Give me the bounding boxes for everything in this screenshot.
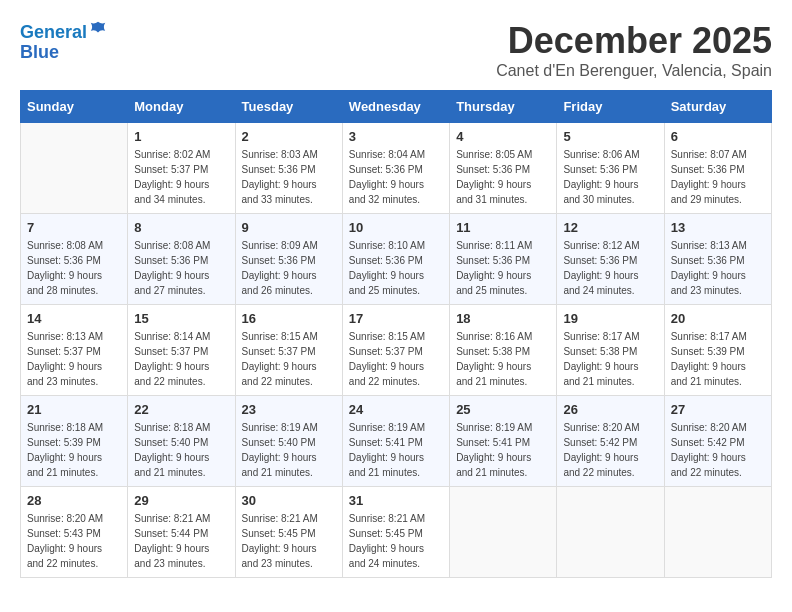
day-number: 18 xyxy=(456,311,550,326)
day-info: Sunrise: 8:05 AM Sunset: 5:36 PM Dayligh… xyxy=(456,147,550,207)
logo-text: General Blue xyxy=(20,20,107,63)
day-number: 2 xyxy=(242,129,336,144)
day-info: Sunrise: 8:15 AM Sunset: 5:37 PM Dayligh… xyxy=(349,329,443,389)
day-info: Sunrise: 8:08 AM Sunset: 5:36 PM Dayligh… xyxy=(27,238,121,298)
calendar-cell: 30Sunrise: 8:21 AM Sunset: 5:45 PM Dayli… xyxy=(235,487,342,578)
calendar-cell: 11Sunrise: 8:11 AM Sunset: 5:36 PM Dayli… xyxy=(450,214,557,305)
day-number: 15 xyxy=(134,311,228,326)
day-info: Sunrise: 8:18 AM Sunset: 5:40 PM Dayligh… xyxy=(134,420,228,480)
day-number: 19 xyxy=(563,311,657,326)
day-info: Sunrise: 8:15 AM Sunset: 5:37 PM Dayligh… xyxy=(242,329,336,389)
day-number: 7 xyxy=(27,220,121,235)
calendar-week-row: 14Sunrise: 8:13 AM Sunset: 5:37 PM Dayli… xyxy=(21,305,772,396)
day-header-wednesday: Wednesday xyxy=(342,91,449,123)
day-number: 5 xyxy=(563,129,657,144)
day-info: Sunrise: 8:04 AM Sunset: 5:36 PM Dayligh… xyxy=(349,147,443,207)
day-info: Sunrise: 8:12 AM Sunset: 5:36 PM Dayligh… xyxy=(563,238,657,298)
day-number: 16 xyxy=(242,311,336,326)
day-info: Sunrise: 8:17 AM Sunset: 5:38 PM Dayligh… xyxy=(563,329,657,389)
calendar-cell: 5Sunrise: 8:06 AM Sunset: 5:36 PM Daylig… xyxy=(557,123,664,214)
day-number: 1 xyxy=(134,129,228,144)
day-number: 13 xyxy=(671,220,765,235)
day-number: 10 xyxy=(349,220,443,235)
day-number: 6 xyxy=(671,129,765,144)
day-number: 31 xyxy=(349,493,443,508)
calendar-cell: 19Sunrise: 8:17 AM Sunset: 5:38 PM Dayli… xyxy=(557,305,664,396)
day-info: Sunrise: 8:08 AM Sunset: 5:36 PM Dayligh… xyxy=(134,238,228,298)
calendar-cell: 10Sunrise: 8:10 AM Sunset: 5:36 PM Dayli… xyxy=(342,214,449,305)
day-info: Sunrise: 8:19 AM Sunset: 5:40 PM Dayligh… xyxy=(242,420,336,480)
month-title: December 2025 xyxy=(496,20,772,62)
calendar-cell: 25Sunrise: 8:19 AM Sunset: 5:41 PM Dayli… xyxy=(450,396,557,487)
calendar-cell: 18Sunrise: 8:16 AM Sunset: 5:38 PM Dayli… xyxy=(450,305,557,396)
day-header-monday: Monday xyxy=(128,91,235,123)
day-number: 11 xyxy=(456,220,550,235)
calendar-cell: 9Sunrise: 8:09 AM Sunset: 5:36 PM Daylig… xyxy=(235,214,342,305)
day-header-thursday: Thursday xyxy=(450,91,557,123)
day-number: 12 xyxy=(563,220,657,235)
location-title: Canet d'En Berenguer, Valencia, Spain xyxy=(496,62,772,80)
calendar-cell xyxy=(21,123,128,214)
calendar-cell: 28Sunrise: 8:20 AM Sunset: 5:43 PM Dayli… xyxy=(21,487,128,578)
day-header-friday: Friday xyxy=(557,91,664,123)
calendar-cell: 24Sunrise: 8:19 AM Sunset: 5:41 PM Dayli… xyxy=(342,396,449,487)
logo-bird-icon xyxy=(89,20,107,38)
day-number: 24 xyxy=(349,402,443,417)
day-info: Sunrise: 8:20 AM Sunset: 5:43 PM Dayligh… xyxy=(27,511,121,571)
calendar-cell: 16Sunrise: 8:15 AM Sunset: 5:37 PM Dayli… xyxy=(235,305,342,396)
calendar-cell: 17Sunrise: 8:15 AM Sunset: 5:37 PM Dayli… xyxy=(342,305,449,396)
day-number: 3 xyxy=(349,129,443,144)
calendar-week-row: 7Sunrise: 8:08 AM Sunset: 5:36 PM Daylig… xyxy=(21,214,772,305)
day-number: 30 xyxy=(242,493,336,508)
calendar-cell: 15Sunrise: 8:14 AM Sunset: 5:37 PM Dayli… xyxy=(128,305,235,396)
calendar-table: SundayMondayTuesdayWednesdayThursdayFrid… xyxy=(20,90,772,578)
logo-line2: Blue xyxy=(20,42,59,62)
calendar-week-row: 1Sunrise: 8:02 AM Sunset: 5:37 PM Daylig… xyxy=(21,123,772,214)
day-number: 17 xyxy=(349,311,443,326)
calendar-cell: 22Sunrise: 8:18 AM Sunset: 5:40 PM Dayli… xyxy=(128,396,235,487)
day-number: 25 xyxy=(456,402,550,417)
day-number: 4 xyxy=(456,129,550,144)
day-header-saturday: Saturday xyxy=(664,91,771,123)
day-number: 9 xyxy=(242,220,336,235)
day-info: Sunrise: 8:14 AM Sunset: 5:37 PM Dayligh… xyxy=(134,329,228,389)
day-info: Sunrise: 8:13 AM Sunset: 5:37 PM Dayligh… xyxy=(27,329,121,389)
day-info: Sunrise: 8:07 AM Sunset: 5:36 PM Dayligh… xyxy=(671,147,765,207)
day-header-sunday: Sunday xyxy=(21,91,128,123)
day-info: Sunrise: 8:06 AM Sunset: 5:36 PM Dayligh… xyxy=(563,147,657,207)
day-number: 22 xyxy=(134,402,228,417)
calendar-cell: 14Sunrise: 8:13 AM Sunset: 5:37 PM Dayli… xyxy=(21,305,128,396)
day-info: Sunrise: 8:03 AM Sunset: 5:36 PM Dayligh… xyxy=(242,147,336,207)
day-number: 8 xyxy=(134,220,228,235)
calendar-cell: 31Sunrise: 8:21 AM Sunset: 5:45 PM Dayli… xyxy=(342,487,449,578)
day-info: Sunrise: 8:09 AM Sunset: 5:36 PM Dayligh… xyxy=(242,238,336,298)
day-number: 20 xyxy=(671,311,765,326)
calendar-cell xyxy=(664,487,771,578)
calendar-cell: 4Sunrise: 8:05 AM Sunset: 5:36 PM Daylig… xyxy=(450,123,557,214)
day-info: Sunrise: 8:10 AM Sunset: 5:36 PM Dayligh… xyxy=(349,238,443,298)
day-number: 28 xyxy=(27,493,121,508)
calendar-cell: 12Sunrise: 8:12 AM Sunset: 5:36 PM Dayli… xyxy=(557,214,664,305)
calendar-cell xyxy=(557,487,664,578)
day-info: Sunrise: 8:21 AM Sunset: 5:44 PM Dayligh… xyxy=(134,511,228,571)
day-info: Sunrise: 8:18 AM Sunset: 5:39 PM Dayligh… xyxy=(27,420,121,480)
day-info: Sunrise: 8:20 AM Sunset: 5:42 PM Dayligh… xyxy=(563,420,657,480)
day-info: Sunrise: 8:19 AM Sunset: 5:41 PM Dayligh… xyxy=(456,420,550,480)
day-number: 26 xyxy=(563,402,657,417)
logo-line1: General xyxy=(20,22,87,42)
day-header-tuesday: Tuesday xyxy=(235,91,342,123)
day-info: Sunrise: 8:17 AM Sunset: 5:39 PM Dayligh… xyxy=(671,329,765,389)
calendar-cell: 6Sunrise: 8:07 AM Sunset: 5:36 PM Daylig… xyxy=(664,123,771,214)
calendar-cell: 23Sunrise: 8:19 AM Sunset: 5:40 PM Dayli… xyxy=(235,396,342,487)
day-info: Sunrise: 8:21 AM Sunset: 5:45 PM Dayligh… xyxy=(349,511,443,571)
calendar-cell: 26Sunrise: 8:20 AM Sunset: 5:42 PM Dayli… xyxy=(557,396,664,487)
calendar-cell: 27Sunrise: 8:20 AM Sunset: 5:42 PM Dayli… xyxy=(664,396,771,487)
calendar-cell: 2Sunrise: 8:03 AM Sunset: 5:36 PM Daylig… xyxy=(235,123,342,214)
day-info: Sunrise: 8:19 AM Sunset: 5:41 PM Dayligh… xyxy=(349,420,443,480)
day-number: 29 xyxy=(134,493,228,508)
calendar-header-row: SundayMondayTuesdayWednesdayThursdayFrid… xyxy=(21,91,772,123)
day-info: Sunrise: 8:02 AM Sunset: 5:37 PM Dayligh… xyxy=(134,147,228,207)
calendar-cell: 13Sunrise: 8:13 AM Sunset: 5:36 PM Dayli… xyxy=(664,214,771,305)
calendar-week-row: 21Sunrise: 8:18 AM Sunset: 5:39 PM Dayli… xyxy=(21,396,772,487)
day-info: Sunrise: 8:16 AM Sunset: 5:38 PM Dayligh… xyxy=(456,329,550,389)
